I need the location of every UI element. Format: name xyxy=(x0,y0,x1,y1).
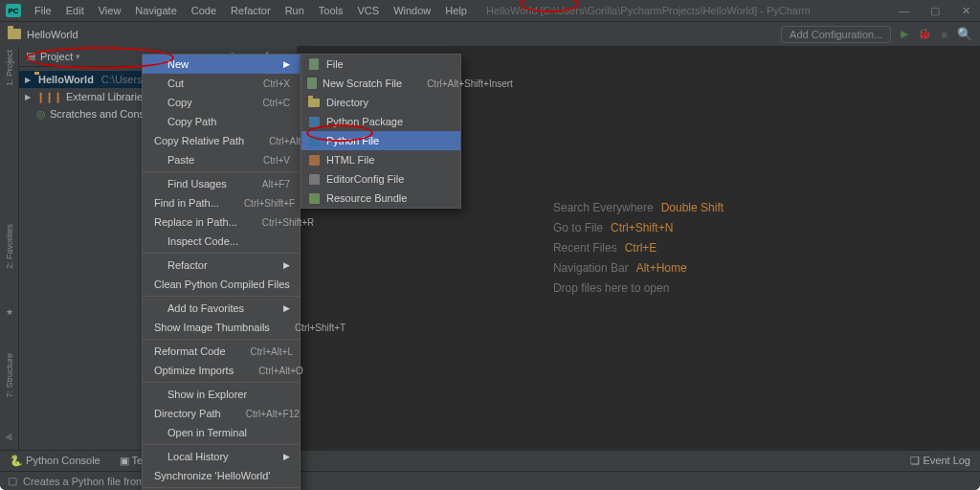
ctx-synchronize-helloworld-[interactable]: Synchronize 'HelloWorld' xyxy=(143,466,300,485)
new-html-file[interactable]: HTML File xyxy=(301,150,460,169)
tool-tab-structure[interactable]: 7: Structure xyxy=(5,353,14,398)
blank-icon xyxy=(148,388,162,401)
term-icon xyxy=(148,426,162,439)
new-editorconfig-file[interactable]: EditorConfig File xyxy=(301,169,460,189)
menu-window[interactable]: Window xyxy=(388,3,436,18)
left-tool-strip: 1: Project 2: Favorites ★ 7: Structure ⫷ xyxy=(0,46,19,450)
scratch-icon: ◎ xyxy=(36,108,46,121)
ctx-local-history[interactable]: Local History▶ xyxy=(143,447,300,466)
ctx-show-image-thumbnails[interactable]: Show Image ThumbnailsCtrl+Shift+T xyxy=(143,318,300,337)
blank-icon xyxy=(148,177,162,190)
blank-icon xyxy=(148,301,162,315)
library-icon: ❙❙❙ xyxy=(36,91,62,103)
file-icon xyxy=(307,57,321,71)
favorites-star-icon: ★ xyxy=(6,307,13,317)
separator xyxy=(143,253,300,254)
tree-expand-icon[interactable]: ▶ xyxy=(25,76,31,84)
separator xyxy=(143,296,300,297)
ctx-replace-in-path-[interactable]: Replace in Path...Ctrl+Shift+R xyxy=(143,212,300,232)
window-title-path: HelloWorld [C:\Users\Gorilla\PycharmProj… xyxy=(486,5,811,16)
menu-tools[interactable]: Tools xyxy=(313,3,349,18)
tree-expand-icon[interactable]: ▶ xyxy=(25,93,33,101)
separator xyxy=(143,171,300,172)
ctx-find-in-path-[interactable]: Find in Path...Ctrl+Shift+F xyxy=(143,193,300,212)
menu-edit[interactable]: Edit xyxy=(60,3,90,18)
editor-hint: Recent FilesCtrl+E xyxy=(553,241,724,255)
blank-icon xyxy=(148,57,162,71)
menu-refactor[interactable]: Refactor xyxy=(225,3,277,18)
ctx-copy-relative-path[interactable]: Copy Relative PathCtrl+Alt+Shift+C xyxy=(143,131,300,150)
new-new-scratch-file[interactable]: New Scratch FileCtrl+Alt+Shift+Insert xyxy=(301,74,460,93)
menu-code[interactable]: Code xyxy=(186,3,222,18)
titlebar: PC FileEditViewNavigateCodeRefactorRunTo… xyxy=(0,0,980,21)
blank-icon xyxy=(148,115,162,128)
context-menu: New▶CutCtrl+XCopyCtrl+CCopy PathCopy Rel… xyxy=(142,54,301,490)
copy-icon xyxy=(148,96,162,109)
ctx-directory-path[interactable]: Directory PathCtrl+Alt+F12 xyxy=(143,404,300,423)
separator xyxy=(143,382,300,383)
menubar: FileEditViewNavigateCodeRefactorRunTools… xyxy=(29,3,473,18)
paste-icon xyxy=(148,153,162,167)
new-resource-bundle[interactable]: Resource Bundle xyxy=(301,189,460,208)
editor-hint: Go to FileCtrl+Shift+N xyxy=(553,221,724,234)
ctx-copy-path[interactable]: Copy Path xyxy=(143,112,300,131)
ctx-reformat-code[interactable]: Reformat CodeCtrl+Alt+L xyxy=(143,342,300,361)
debug-icon[interactable]: 🐞 xyxy=(918,28,931,40)
ctx-add-to-favorites[interactable]: Add to Favorites▶ xyxy=(143,299,300,318)
search-icon[interactable]: 🔍 xyxy=(957,27,972,41)
run-icon[interactable]: ▶ xyxy=(901,28,908,40)
pycharm-window: PC FileEditViewNavigateCodeRefactorRunTo… xyxy=(0,0,980,490)
python-icon: 🐍 xyxy=(10,455,23,466)
ctx-clean-python-compiled-files[interactable]: Clean Python Compiled Files xyxy=(143,275,300,294)
tree-root-label: HelloWorld xyxy=(38,74,94,85)
ctx-inspect-code-[interactable]: Inspect Code... xyxy=(143,232,300,251)
menu-run[interactable]: Run xyxy=(279,3,310,18)
html-icon xyxy=(307,153,321,167)
ctx-new[interactable]: New▶ xyxy=(143,55,300,74)
ctx-copy[interactable]: CopyCtrl+C xyxy=(143,93,300,112)
maximize-button[interactable]: ▢ xyxy=(926,5,944,17)
new-python-package[interactable]: Python Package xyxy=(301,112,460,131)
ctx-paste[interactable]: PasteCtrl+V xyxy=(143,150,300,169)
window-buttons: — ▢ ✕ xyxy=(896,5,974,17)
ctx-show-in-explorer[interactable]: Show in Explorer xyxy=(143,385,300,404)
breadcrumb-project[interactable]: HelloWorld xyxy=(27,29,78,40)
ctx-optimize-imports[interactable]: Optimize ImportsCtrl+Alt+O xyxy=(143,361,300,380)
project-panel-title[interactable]: Project xyxy=(40,51,73,62)
menu-file[interactable]: File xyxy=(29,3,57,18)
folder-icon xyxy=(8,29,21,39)
editor-hint: Drop files here to open xyxy=(553,281,724,295)
project-view-icon: ▤ xyxy=(25,51,36,62)
tool-tab-favorites[interactable]: 2: Favorites xyxy=(5,224,14,269)
stop-icon: ■ xyxy=(941,29,947,40)
separator xyxy=(143,444,300,445)
tab-event-log[interactable]: ❏ Event Log xyxy=(910,455,970,467)
menu-vcs[interactable]: VCS xyxy=(352,3,386,18)
menu-navigate[interactable]: Navigate xyxy=(129,3,182,18)
ctx-refactor[interactable]: Refactor▶ xyxy=(143,256,300,275)
event-log-icon: ❏ xyxy=(910,455,920,466)
add-configuration-button[interactable]: Add Configuration... xyxy=(781,26,891,43)
minimize-button[interactable]: — xyxy=(896,5,913,17)
new-directory[interactable]: Directory xyxy=(301,93,460,112)
structure-icon: ⫷ xyxy=(5,433,13,442)
ctx-cut[interactable]: CutCtrl+X xyxy=(143,74,300,93)
menu-help[interactable]: Help xyxy=(439,3,473,18)
new-file[interactable]: File xyxy=(301,55,460,74)
editor-hint: Search EverywhereDouble Shift xyxy=(553,201,724,214)
ctx-find-usages[interactable]: Find UsagesAlt+F7 xyxy=(143,174,300,193)
py-icon xyxy=(307,134,321,147)
pkg-icon xyxy=(307,115,321,128)
res-icon xyxy=(307,191,321,205)
menu-view[interactable]: View xyxy=(93,3,127,18)
cut-icon xyxy=(148,77,162,90)
tab-python-console[interactable]: 🐍 Python Console xyxy=(10,455,100,467)
tool-tab-project[interactable]: 1: Project xyxy=(5,50,14,86)
ctx-open-in-terminal[interactable]: Open in Terminal xyxy=(143,423,300,442)
statusbar-left-icon[interactable]: ▢ xyxy=(8,475,17,487)
separator xyxy=(143,339,300,340)
close-button[interactable]: ✕ xyxy=(957,5,974,17)
chevron-down-icon[interactable]: ▾ xyxy=(76,52,80,61)
new-python-file[interactable]: Python File xyxy=(301,131,460,150)
file-icon xyxy=(307,77,317,90)
